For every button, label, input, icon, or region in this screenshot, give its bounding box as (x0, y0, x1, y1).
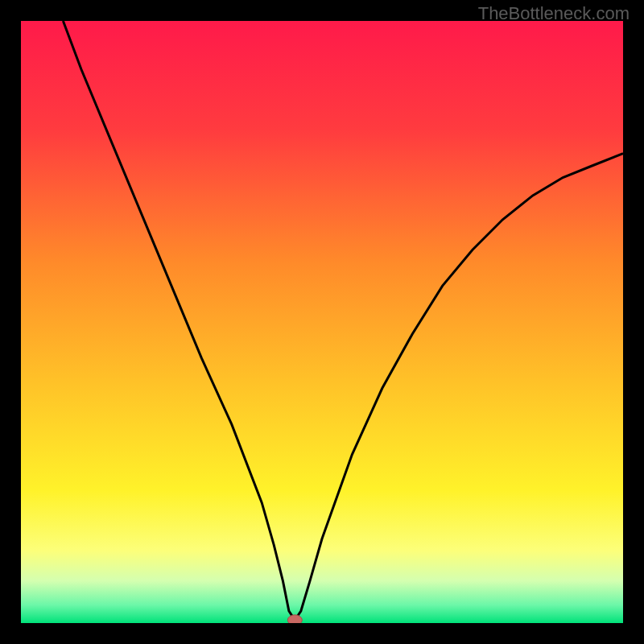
chart-svg (21, 21, 623, 623)
chart-plot-area (21, 21, 623, 623)
optimum-marker (287, 615, 302, 623)
chart-background (21, 21, 623, 623)
watermark-text: TheBottleneck.com (478, 3, 630, 24)
